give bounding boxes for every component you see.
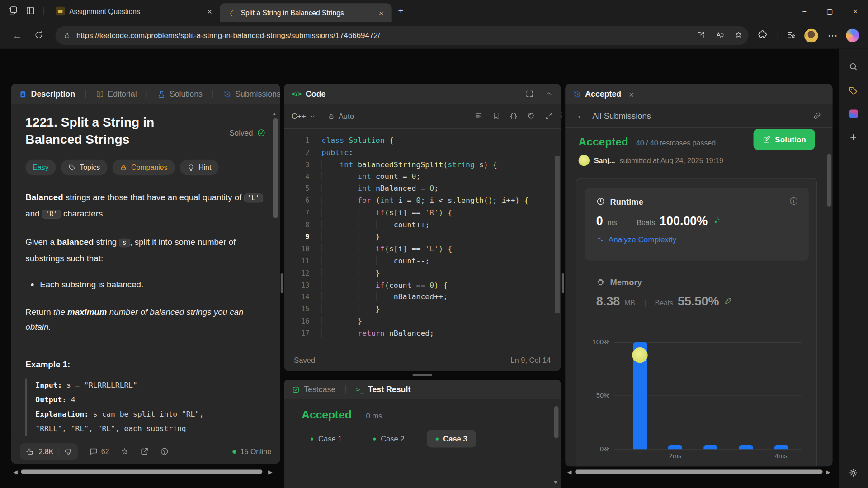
browser-profile-avatar[interactable]	[804, 28, 818, 42]
scroll-left-icon[interactable]: ◀	[567, 469, 571, 475]
code-line[interactable]: 17 return nBalanced;	[284, 328, 561, 340]
address-bar[interactable]: https://leetcode.com/problems/split-a-st…	[55, 26, 748, 45]
restore-button[interactable]: ▢	[817, 0, 842, 22]
code-line[interactable]: 5 int nBalanced = 0;	[284, 183, 561, 195]
code-line[interactable]: 11 count--;	[284, 255, 561, 267]
scrollbar-thumb[interactable]	[575, 470, 822, 474]
thumbs-up-icon[interactable]	[25, 447, 33, 455]
browser-tab-assignment[interactable]: Assignment Questions ×	[48, 0, 220, 22]
settings-more-icon[interactable]: ⋯	[828, 29, 838, 42]
scrollbar-thumb[interactable]	[21, 470, 263, 474]
username[interactable]: Sanj...	[594, 156, 615, 164]
favorites-bar-icon[interactable]	[787, 30, 796, 41]
description-scrollbar[interactable]	[273, 118, 278, 218]
tab-accepted-submission[interactable]: Accepted	[573, 89, 621, 99]
close-tab-icon[interactable]: ×	[377, 8, 386, 18]
vertical-tabs-icon[interactable]	[25, 5, 35, 17]
tab-test-result[interactable]: >_ Test Result	[356, 385, 411, 394]
runtime-card[interactable]: Runtime ⓘ 0 ms | Beats 100.00% Analyze C…	[585, 188, 809, 261]
code-panel-header[interactable]: </> Code	[292, 89, 326, 99]
companies-chip[interactable]: Companies	[112, 160, 175, 176]
testcase-scrollbar[interactable]	[554, 406, 559, 438]
analyze-complexity-link[interactable]: Analyze Complexity	[596, 235, 798, 244]
comments-button[interactable]: 62	[89, 447, 109, 456]
all-submissions-link[interactable]: All Submissions	[592, 111, 651, 121]
code-line[interactable]: 16 }	[284, 315, 561, 328]
code-line[interactable]: 2public:	[284, 146, 561, 159]
case-2-tab[interactable]: Case 2	[364, 430, 413, 447]
code-line[interactable]: 6 for (int i = 0; i < s.length(); i++) {	[284, 195, 561, 207]
tab-submissions[interactable]: Submissions	[223, 89, 280, 99]
tab-solutions[interactable]: Solutions	[157, 89, 203, 99]
code-line[interactable]: 4 int count = 0;	[284, 171, 561, 183]
collapse-panel-icon[interactable]	[545, 89, 553, 99]
sidebar-add-icon[interactable]: +	[850, 131, 857, 144]
memory-section[interactable]: Memory 8.38 MB | Beats 55.50%	[596, 277, 807, 309]
topics-chip[interactable]: Topics	[61, 160, 108, 176]
code-line[interactable]: 7 if(s[i] == 'R') {	[284, 207, 561, 219]
tab-description[interactable]: Description	[19, 89, 75, 99]
thumbs-down-icon[interactable]	[64, 447, 72, 455]
sidebar-search-icon[interactable]	[848, 61, 859, 73]
code-editor[interactable]: 1class Solution {2public:3 int balancedS…	[284, 129, 561, 339]
submission-scrollbar[interactable]	[827, 154, 831, 207]
horizontal-resize-handle[interactable]	[562, 273, 564, 293]
auto-save-toggle[interactable]: Auto	[327, 112, 354, 120]
code-line[interactable]: 15 }	[284, 303, 561, 315]
bracket-format-icon[interactable]: {}	[509, 113, 518, 120]
code-line[interactable]: 3 int balancedStringSplit(string s) {	[284, 159, 561, 171]
code-line[interactable]: 14 nBalanced++;	[284, 291, 561, 304]
vertical-resize-handle[interactable]	[412, 374, 432, 376]
scroll-right-icon[interactable]: ▶	[268, 469, 272, 475]
code-line[interactable]: 13 if(count == 0) {	[284, 279, 561, 291]
share-icon[interactable]	[696, 30, 705, 40]
scroll-down-icon[interactable]: ▼	[553, 480, 558, 485]
star-button[interactable]	[120, 447, 129, 456]
case-3-tab[interactable]: Case 3	[427, 430, 476, 447]
share-problem-icon[interactable]	[140, 447, 149, 456]
case-1-tab[interactable]: Case 1	[302, 430, 351, 447]
scroll-right-icon[interactable]: ▶	[826, 469, 830, 475]
left-horizontal-scrollbar[interactable]: ◀ ▶	[11, 468, 280, 477]
back-icon[interactable]: ←	[576, 110, 586, 121]
refresh-icon[interactable]	[34, 30, 43, 40]
close-submission-icon[interactable]: ×	[629, 89, 634, 99]
copilot-icon[interactable]	[846, 29, 859, 42]
expand-editor-icon[interactable]	[545, 112, 553, 120]
favorite-star-icon[interactable]	[734, 30, 743, 40]
hint-chip[interactable]: Hint	[179, 160, 218, 176]
tab-testcase[interactable]: Testcase	[292, 385, 335, 394]
scroll-up-icon[interactable]: ▲	[272, 111, 277, 116]
code-line[interactable]: 10 if(s[i] == 'L') {	[284, 243, 561, 255]
minimize-button[interactable]: −	[792, 0, 817, 22]
solution-button[interactable]: Solution	[754, 129, 815, 150]
browser-tab-leetcode[interactable]: Split a String in Balanced Strings ×	[220, 3, 392, 22]
code-line[interactable]: 12 }	[284, 267, 561, 279]
tab-editorial[interactable]: Editorial	[96, 89, 137, 99]
cursor-position[interactable]: Ln 9, Col 14	[510, 356, 551, 364]
new-tab-button[interactable]: +	[398, 5, 403, 16]
format-code-icon[interactable]	[474, 112, 482, 120]
editor-scrollbar[interactable]	[555, 156, 560, 313]
close-window-button[interactable]: ×	[843, 0, 868, 22]
code-line[interactable]: 1class Solution {	[284, 135, 561, 147]
horizontal-resize-handle[interactable]	[281, 273, 283, 293]
shopping-tag-icon[interactable]	[848, 85, 859, 98]
bookmark-icon[interactable]	[492, 112, 500, 120]
fullscreen-icon[interactable]	[525, 89, 533, 99]
help-icon[interactable]	[160, 447, 169, 456]
read-aloud-icon[interactable]	[715, 30, 724, 40]
difficulty-badge[interactable]: Easy	[25, 160, 56, 176]
back-icon[interactable]: ←	[12, 30, 22, 42]
runtime-bar[interactable]	[703, 445, 717, 449]
runtime-bar[interactable]	[739, 445, 753, 449]
code-line[interactable]: 8 count++;	[284, 219, 561, 231]
right-horizontal-scrollbar[interactable]: ◀ ▶	[565, 468, 832, 477]
sidebar-apps-icon[interactable]	[849, 109, 858, 118]
code-line[interactable]: 9 }	[284, 231, 561, 243]
copy-link-icon[interactable]	[813, 111, 822, 121]
extensions-icon[interactable]	[758, 30, 767, 41]
workspaces-icon[interactable]	[8, 5, 18, 17]
runtime-bar[interactable]	[774, 445, 788, 449]
runtime-bar[interactable]	[668, 445, 682, 449]
